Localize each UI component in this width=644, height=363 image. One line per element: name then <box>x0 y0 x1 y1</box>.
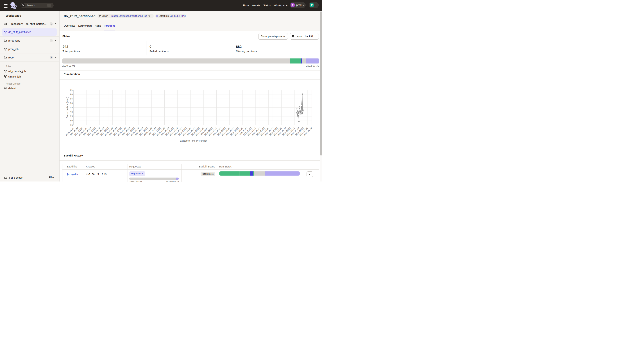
svg-text:Execution time (secs): Execution time (secs) <box>66 97 68 118</box>
svg-text:6.0: 6.0 <box>70 120 73 122</box>
svg-text:9.5: 9.5 <box>70 89 73 91</box>
svg-text:9.0: 9.0 <box>70 93 73 96</box>
svg-text:6.5: 6.5 <box>70 115 73 118</box>
svg-text:7.0: 7.0 <box>70 111 73 113</box>
svg-text:5.5: 5.5 <box>70 124 73 126</box>
svg-text:Execution Time by Partition: Execution Time by Partition <box>180 140 208 142</box>
svg-text:8.0: 8.0 <box>70 102 73 104</box>
svg-text:7.5: 7.5 <box>70 106 73 109</box>
svg-text:8.5: 8.5 <box>70 98 73 100</box>
